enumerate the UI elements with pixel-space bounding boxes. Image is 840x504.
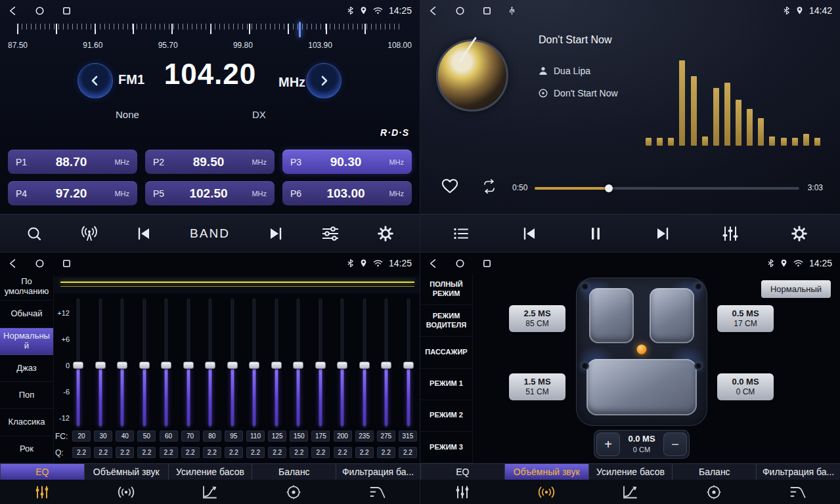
band-button[interactable]: BAND: [190, 226, 230, 241]
surround-mode-item[interactable]: ПАССАЖИР: [420, 337, 472, 368]
back-icon[interactable]: [428, 6, 438, 16]
increase-delay-button[interactable]: +: [596, 432, 620, 456]
slider-handle[interactable]: [293, 362, 303, 369]
tab-label[interactable]: EQ: [420, 464, 504, 480]
preset-button[interactable]: P2 89.50 MHz: [145, 150, 275, 174]
q-value[interactable]: 2.2: [181, 447, 200, 458]
recents-icon[interactable]: [482, 259, 492, 268]
progress-knob[interactable]: [605, 184, 613, 192]
eq-preset-item[interactable]: Обычай: [0, 301, 53, 327]
slider-handle[interactable]: [315, 362, 326, 369]
fc-value[interactable]: 40: [116, 430, 134, 442]
eq-tab-icon[interactable]: [0, 480, 84, 504]
tune-down-button[interactable]: [77, 63, 113, 98]
slider-handle[interactable]: [337, 362, 347, 369]
filter-tab-icon[interactable]: [756, 480, 840, 504]
surround-tab-icon[interactable]: [84, 480, 168, 504]
eq-preset-item[interactable]: Классика: [0, 409, 53, 436]
bass-tab-icon[interactable]: [168, 480, 252, 504]
tab-label[interactable]: Объёмный звук: [84, 464, 168, 480]
slider-handle[interactable]: [381, 362, 391, 369]
q-value[interactable]: 2.2: [94, 447, 112, 458]
eq-preset-item[interactable]: По умолчанию: [0, 274, 53, 301]
slider-handle[interactable]: [403, 362, 414, 369]
eq-band-slider[interactable]: [227, 299, 238, 427]
eq-band-slider[interactable]: [380, 299, 392, 427]
tab-label[interactable]: Баланс: [252, 464, 336, 480]
surround-mode-item[interactable]: РЕЖИМ 3: [420, 432, 472, 463]
fc-value[interactable]: 20: [72, 430, 91, 442]
eq-band-slider[interactable]: [403, 299, 414, 427]
preset-button[interactable]: P4 97.20 MHz: [8, 181, 137, 205]
fc-value[interactable]: 315: [399, 430, 417, 442]
eq-band-slider[interactable]: [315, 299, 326, 427]
q-value[interactable]: 2.2: [311, 447, 330, 458]
fc-value[interactable]: 60: [160, 430, 178, 442]
fc-value[interactable]: 275: [377, 430, 395, 442]
next-icon[interactable]: [655, 227, 670, 240]
tab-label[interactable]: Фильтрация ба...: [756, 464, 840, 480]
eq-band-slider[interactable]: [336, 299, 348, 427]
recents-icon[interactable]: [482, 6, 492, 16]
prev-icon[interactable]: [137, 227, 151, 240]
tab-label[interactable]: Усиление басов: [588, 464, 673, 480]
fc-value[interactable]: 80: [203, 430, 221, 442]
surround-tab-icon[interactable]: [504, 480, 588, 504]
tab-label[interactable]: Фильтрация ба...: [336, 464, 420, 480]
broadcast-icon[interactable]: [81, 226, 98, 242]
mixer-icon[interactable]: [722, 226, 738, 241]
next-icon[interactable]: [269, 227, 283, 240]
eq-band-slider[interactable]: [116, 299, 128, 427]
home-icon[interactable]: [455, 259, 465, 268]
favorite-icon[interactable]: [441, 178, 458, 196]
tab-label[interactable]: Объёмный звук: [504, 464, 588, 480]
eq-band-slider[interactable]: [160, 299, 172, 427]
preset-button[interactable]: P5 102.50 MHz: [145, 181, 275, 205]
progress-slider[interactable]: [535, 184, 799, 192]
eq-settings-icon[interactable]: [322, 226, 339, 241]
surround-mode-item[interactable]: РЕЖИМ 1: [420, 369, 472, 400]
slider-handle[interactable]: [139, 362, 150, 369]
surround-preset-button[interactable]: Нормальный: [761, 280, 831, 298]
home-icon[interactable]: [455, 6, 465, 16]
fc-value[interactable]: 125: [268, 430, 286, 442]
rear-right-delay-button[interactable]: 0.0 MS 0 CM: [717, 373, 774, 400]
slider-handle[interactable]: [271, 362, 282, 369]
slider-handle[interactable]: [205, 362, 215, 369]
frequency-ruler[interactable]: [17, 24, 403, 38]
pause-icon[interactable]: [589, 226, 602, 241]
surround-mode-item[interactable]: ПОЛНЫЙ РЕЖИМ: [420, 274, 472, 305]
tune-up-button[interactable]: [306, 63, 342, 98]
slider-handle[interactable]: [161, 362, 171, 369]
scan-icon[interactable]: [26, 226, 42, 242]
back-icon[interactable]: [8, 259, 18, 268]
slider-handle[interactable]: [95, 362, 106, 369]
q-value[interactable]: 2.2: [160, 447, 178, 458]
prev-icon[interactable]: [522, 227, 537, 240]
slider-handle[interactable]: [227, 362, 238, 369]
q-value[interactable]: 2.2: [334, 447, 352, 458]
eq-preset-item[interactable]: Нормальный: [0, 328, 53, 355]
q-value[interactable]: 2.2: [246, 447, 265, 458]
recents-icon[interactable]: [62, 259, 72, 268]
slider-handle[interactable]: [249, 362, 259, 369]
fc-value[interactable]: 70: [181, 430, 200, 442]
preset-button[interactable]: P1 88.70 MHz: [8, 150, 137, 174]
back-icon[interactable]: [8, 6, 18, 16]
q-value[interactable]: 2.2: [72, 447, 91, 458]
settings-gear-icon[interactable]: [378, 226, 393, 242]
eq-band-slider[interactable]: [359, 299, 370, 427]
q-value[interactable]: 2.2: [377, 447, 395, 458]
fc-value[interactable]: 95: [225, 430, 243, 442]
fc-value[interactable]: 30: [94, 430, 112, 442]
front-right-delay-button[interactable]: 0.5 MS 17 CM: [717, 305, 774, 332]
eq-preset-item[interactable]: Поп: [0, 382, 53, 409]
tab-label[interactable]: Усиление басов: [168, 464, 252, 480]
preset-button[interactable]: P6 103.00 MHz: [282, 181, 412, 205]
eq-band-slider[interactable]: [248, 299, 260, 427]
home-icon[interactable]: [35, 259, 45, 268]
eq-preset-item[interactable]: Рок: [0, 436, 53, 463]
fc-value[interactable]: 110: [246, 430, 265, 442]
slider-handle[interactable]: [73, 362, 83, 369]
fc-value[interactable]: 235: [355, 430, 374, 442]
